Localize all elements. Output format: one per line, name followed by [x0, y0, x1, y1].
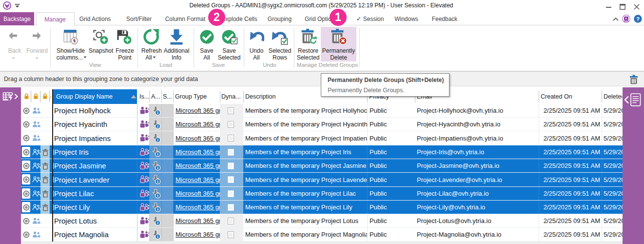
svg-text:?: ? — [636, 16, 640, 22]
